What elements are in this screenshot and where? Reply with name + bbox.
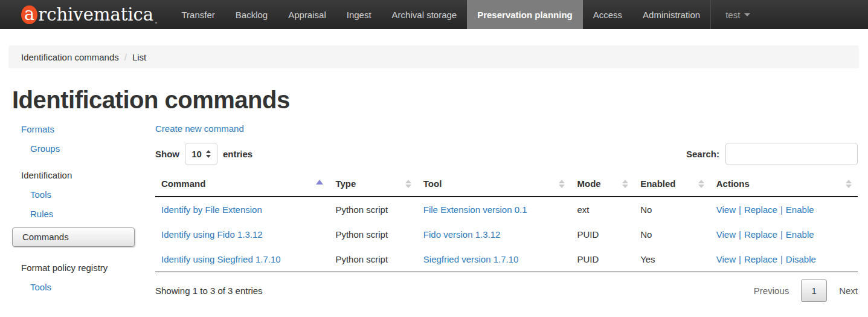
user-menu[interactable]: test bbox=[711, 0, 765, 29]
sort-icon bbox=[622, 180, 628, 188]
command-link[interactable]: Identify by File Extension bbox=[161, 204, 262, 215]
app-logo[interactable]: archivematica. bbox=[21, 0, 158, 29]
table-info: Showing 1 to 3 of 3 entries bbox=[155, 286, 263, 296]
enabled-cell: No bbox=[634, 222, 710, 247]
table-row: Identify using Fido 1.3.12 Python script… bbox=[155, 222, 858, 247]
page-size-select[interactable]: 10 bbox=[185, 143, 217, 165]
column-label: Actions bbox=[716, 178, 750, 189]
tool-link[interactable]: Siegfried version 1.7.10 bbox=[423, 254, 519, 264]
select-stepper-icon bbox=[206, 150, 211, 158]
pagination-page-1-button[interactable]: 1 bbox=[801, 279, 827, 302]
user-menu-label: test bbox=[725, 10, 740, 20]
commands-table: Command Type Tool Mode Enabled bbox=[155, 173, 858, 272]
column-label: Enabled bbox=[640, 178, 675, 189]
pagination-next-button[interactable]: Next bbox=[839, 286, 858, 296]
tool-link[interactable]: File Extension version 0.1 bbox=[423, 204, 527, 215]
mode-cell: PUID bbox=[571, 222, 634, 247]
logo-accent-letter: a bbox=[21, 5, 37, 24]
top-navbar: archivematica. Transfer Backlog Appraisa… bbox=[0, 0, 868, 29]
search-input[interactable] bbox=[725, 143, 858, 165]
sort-icon bbox=[559, 180, 565, 188]
mode-cell: PUID bbox=[571, 247, 634, 272]
replace-action-link[interactable]: Replace bbox=[744, 229, 777, 240]
table-row: Identify by File Extension Python script… bbox=[155, 197, 858, 222]
replace-action-link[interactable]: Replace bbox=[744, 254, 777, 264]
nav-item-appraisal[interactable]: Appraisal bbox=[278, 0, 336, 29]
sidebar-item-identification-tools[interactable]: Tools bbox=[30, 189, 155, 200]
column-header-enabled[interactable]: Enabled bbox=[634, 173, 710, 197]
breadcrumb: Identification commands / List bbox=[8, 45, 859, 68]
pagination-previous-button[interactable]: Previous bbox=[754, 286, 789, 296]
tool-link[interactable]: Fido version 1.3.12 bbox=[423, 229, 501, 240]
page-title: Identification commands bbox=[12, 86, 868, 114]
action-separator: | bbox=[780, 204, 783, 215]
nav-item-backlog[interactable]: Backlog bbox=[225, 0, 278, 29]
sidebar-section-identification: Identification bbox=[21, 169, 155, 181]
search-label: Search: bbox=[686, 149, 719, 159]
view-action-link[interactable]: View bbox=[716, 204, 736, 215]
disable-action-link[interactable]: Disable bbox=[786, 254, 816, 264]
action-separator: | bbox=[739, 229, 741, 240]
column-header-mode[interactable]: Mode bbox=[571, 173, 634, 197]
logo-text: rchivematica bbox=[38, 4, 153, 25]
type-cell: Python script bbox=[329, 247, 417, 272]
action-separator: | bbox=[780, 254, 783, 264]
breadcrumb-item-list: List bbox=[132, 52, 146, 62]
page-size-value: 10 bbox=[191, 149, 202, 159]
sidebar-item-formats[interactable]: Formats bbox=[21, 123, 155, 135]
column-header-tool[interactable]: Tool bbox=[417, 173, 571, 197]
command-link[interactable]: Identify using Siegfried 1.7.10 bbox=[161, 254, 281, 264]
sidebar-item-rules[interactable]: Rules bbox=[30, 208, 155, 220]
mode-cell: ext bbox=[571, 197, 634, 222]
sidebar-section-format-policy-registry: Format policy registry bbox=[21, 262, 155, 273]
column-header-type[interactable]: Type bbox=[329, 173, 417, 197]
nav-item-administration[interactable]: Administration bbox=[632, 0, 710, 29]
nav-item-access[interactable]: Access bbox=[583, 0, 632, 29]
type-cell: Python script bbox=[329, 197, 417, 222]
nav-item-ingest[interactable]: Ingest bbox=[336, 0, 382, 29]
create-new-command-link[interactable]: Create new command bbox=[155, 123, 244, 134]
table-controls: Show 10 entries Search: bbox=[155, 143, 858, 165]
column-label: Command bbox=[161, 178, 205, 189]
table-footer: Showing 1 to 3 of 3 entries Previous 1 N… bbox=[155, 279, 858, 302]
column-label: Type bbox=[335, 178, 356, 189]
sidebar-item-groups[interactable]: Groups bbox=[30, 143, 155, 154]
nav-item-transfer[interactable]: Transfer bbox=[172, 0, 225, 29]
enabled-cell: Yes bbox=[634, 247, 710, 272]
chevron-down-icon bbox=[744, 13, 750, 16]
view-action-link[interactable]: View bbox=[716, 229, 736, 240]
sort-icon bbox=[405, 180, 411, 188]
column-label: Mode bbox=[577, 178, 600, 189]
table-header-row: Command Type Tool Mode Enabled bbox=[155, 173, 858, 197]
column-header-command[interactable]: Command bbox=[155, 173, 329, 197]
pagination: Previous 1 Next bbox=[754, 279, 858, 302]
nav-item-archival-storage[interactable]: Archival storage bbox=[382, 0, 468, 29]
column-header-actions[interactable]: Actions bbox=[710, 173, 858, 197]
view-action-link[interactable]: View bbox=[716, 254, 736, 264]
sort-icon bbox=[698, 180, 704, 188]
type-cell: Python script bbox=[329, 222, 417, 247]
content-area: Formats Groups Identification Tools Rule… bbox=[0, 123, 868, 302]
replace-action-link[interactable]: Replace bbox=[744, 204, 777, 215]
breadcrumb-separator: / bbox=[124, 52, 127, 62]
sidebar-item-fpr-tools[interactable]: Tools bbox=[30, 281, 155, 293]
nav-item-preservation-planning[interactable]: Preservation planning bbox=[467, 0, 583, 29]
enabled-cell: No bbox=[634, 197, 710, 222]
show-label: Show bbox=[155, 149, 179, 159]
sort-ascending-icon bbox=[316, 180, 323, 185]
action-separator: | bbox=[780, 229, 783, 240]
enable-action-link[interactable]: Enable bbox=[786, 204, 814, 215]
sidebar-item-commands-selected[interactable]: Commands bbox=[12, 227, 135, 247]
table-row: Identify using Siegfried 1.7.10 Python s… bbox=[155, 247, 858, 272]
sidebar: Formats Groups Identification Tools Rule… bbox=[12, 123, 155, 302]
main-panel: Create new command Show 10 entries Searc… bbox=[155, 123, 858, 302]
breadcrumb-item-identification-commands[interactable]: Identification commands bbox=[21, 52, 119, 62]
enable-action-link[interactable]: Enable bbox=[786, 229, 814, 240]
entries-label: entries bbox=[223, 149, 252, 159]
logo-dot: . bbox=[154, 10, 158, 29]
command-link[interactable]: Identify using Fido 1.3.12 bbox=[161, 229, 263, 240]
main-nav: Transfer Backlog Appraisal Ingest Archiv… bbox=[172, 0, 711, 29]
column-label: Tool bbox=[423, 178, 442, 189]
action-separator: | bbox=[739, 254, 741, 264]
action-separator: | bbox=[739, 204, 741, 215]
